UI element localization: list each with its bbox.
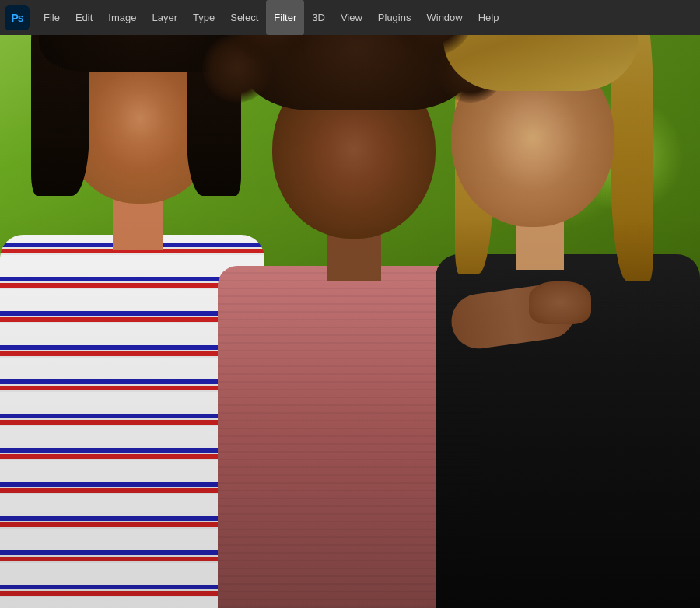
- menu-layer[interactable]: Layer: [145, 0, 186, 35]
- menu-image[interactable]: Image: [100, 0, 144, 35]
- right-person-hair-top: [443, 35, 638, 91]
- menu-plugins[interactable]: Plugins: [370, 0, 419, 35]
- menu-edit[interactable]: Edit: [68, 0, 100, 35]
- menubar: Ps File Edit Image Layer Type Select Fil…: [0, 0, 700, 35]
- menu-type[interactable]: Type: [185, 0, 222, 35]
- menu-file[interactable]: File: [36, 0, 68, 35]
- menu-help[interactable]: Help: [471, 0, 507, 35]
- app-logo: Ps: [5, 5, 30, 30]
- menu-filter[interactable]: Filter: [266, 0, 304, 35]
- canvas-area: [0, 35, 700, 608]
- app-logo-text: Ps: [11, 12, 23, 24]
- menu-3d[interactable]: 3D: [304, 0, 333, 35]
- center-person-hand: [529, 281, 591, 324]
- menu-window[interactable]: Window: [418, 0, 470, 35]
- menu-view[interactable]: View: [333, 0, 370, 35]
- photo-canvas[interactable]: [0, 35, 700, 608]
- center-person-shirt-texture: [218, 266, 482, 608]
- menu-select[interactable]: Select: [222, 0, 266, 35]
